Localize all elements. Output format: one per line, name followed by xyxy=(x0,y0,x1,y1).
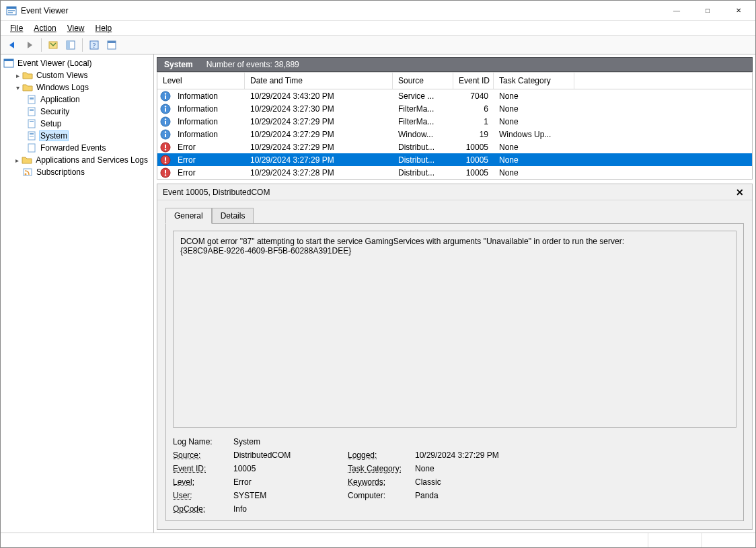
expand-icon[interactable]: ▸ xyxy=(13,157,22,164)
log-header-count: Number of events: 38,889 xyxy=(206,60,299,69)
menu-file[interactable]: File xyxy=(5,22,28,34)
menu-help[interactable]: Help xyxy=(90,22,118,34)
tree-custom-views[interactable]: ▸ Custom Views xyxy=(2,69,152,81)
tree-forwarded[interactable]: Forwarded Events xyxy=(2,142,152,154)
cell-taskcat: Windows Up... xyxy=(494,130,574,139)
cell-datetime: 10/29/2024 3:27:29 PM xyxy=(245,143,393,152)
cell-source: Service ... xyxy=(393,91,453,101)
description-line: {3E8C9ABE-9226-4609-BF5B-60288A391DEE} xyxy=(180,246,729,256)
tree-apps-services[interactable]: ▸ Applications and Services Logs xyxy=(2,154,152,166)
col-level[interactable]: Level xyxy=(157,73,245,89)
table-row[interactable]: Information10/29/2024 3:43:20 PMService … xyxy=(157,89,752,102)
col-taskcat[interactable]: Task Category xyxy=(494,73,574,89)
table-row[interactable]: Information10/29/2024 3:27:30 PMFilterMa… xyxy=(157,102,752,115)
col-datetime[interactable]: Date and Time xyxy=(245,73,393,89)
tree-setup[interactable]: Setup xyxy=(2,118,152,130)
collapse-icon[interactable]: ▾ xyxy=(13,84,22,91)
svg-point-39 xyxy=(165,118,166,120)
col-source[interactable]: Source xyxy=(393,73,453,89)
table-row[interactable]: Information10/29/2024 3:27:29 PMWindow..… xyxy=(157,128,752,141)
toolbar: ? xyxy=(1,36,755,54)
tree-root[interactable]: Event Viewer (Local) xyxy=(2,57,152,69)
cell-eventid: 10005 xyxy=(453,155,494,165)
event-description[interactable]: DCOM got error "87" attempting to start … xyxy=(173,231,736,428)
detail-close-button[interactable]: ✕ xyxy=(733,187,747,198)
toolbar-separator xyxy=(82,38,83,52)
close-button[interactable]: ✕ xyxy=(723,1,754,20)
window-title: Event Viewer xyxy=(21,6,661,15)
table-row[interactable]: Error10/29/2024 3:27:29 PMDistribut...10… xyxy=(157,141,752,153)
svg-rect-23 xyxy=(30,121,34,122)
tab-details[interactable]: Details xyxy=(212,208,254,224)
expand-icon[interactable]: ▸ xyxy=(13,72,22,79)
detail-header: Event 10005, DistributedCOM ✕ xyxy=(157,184,752,200)
app-icon xyxy=(6,5,17,16)
svg-point-51 xyxy=(165,174,166,175)
svg-rect-44 xyxy=(165,145,166,148)
error-icon xyxy=(160,155,171,165)
cell-level: Error xyxy=(172,168,245,178)
maximize-button[interactable]: □ xyxy=(692,1,723,20)
info-icon xyxy=(160,91,171,102)
info-icon xyxy=(160,129,171,140)
folder-icon xyxy=(22,82,33,93)
svg-point-45 xyxy=(165,149,166,150)
status-cell xyxy=(648,533,702,547)
error-icon xyxy=(160,167,171,178)
right-pane: System Number of events: 38,889 Level Da… xyxy=(154,54,755,533)
table-row[interactable]: Error10/29/2024 3:27:29 PMDistribut...10… xyxy=(157,153,752,166)
tab-general[interactable]: General xyxy=(165,208,212,224)
meta-value: Panda xyxy=(415,491,550,500)
svg-rect-38 xyxy=(165,121,166,124)
svg-point-36 xyxy=(165,106,166,107)
cell-datetime: 10/29/2024 3:27:29 PM xyxy=(245,117,393,126)
detail-title: Event 10005, DistributedCOM xyxy=(163,188,733,197)
svg-rect-8 xyxy=(67,41,70,49)
cell-source: FilterMa... xyxy=(393,117,453,126)
meta-label: OpCode: xyxy=(173,504,233,514)
cell-taskcat: None xyxy=(494,117,574,126)
minimize-button[interactable]: — xyxy=(661,1,692,20)
tree-windows-logs[interactable]: ▾ Windows Logs xyxy=(2,81,152,93)
tree-application[interactable]: Application xyxy=(2,93,152,106)
menu-action[interactable]: Action xyxy=(28,22,61,34)
svg-rect-19 xyxy=(28,108,35,116)
tree-label: Security xyxy=(39,107,71,116)
grid-body[interactable]: Information10/29/2024 3:43:20 PMService … xyxy=(157,89,752,179)
back-button[interactable] xyxy=(5,38,20,52)
tree-subscriptions[interactable]: Subscriptions xyxy=(2,166,152,178)
meta-label: Level: xyxy=(173,477,233,487)
cell-level: Information xyxy=(172,104,245,114)
forward-button[interactable] xyxy=(22,38,37,52)
menu-view[interactable]: View xyxy=(62,22,90,34)
navigation-tree[interactable]: Event Viewer (Local) ▸ Custom Views ▾ Wi… xyxy=(1,54,154,533)
toolbar-separator xyxy=(41,38,42,52)
log-icon xyxy=(26,94,37,105)
refresh-button[interactable] xyxy=(104,38,119,52)
tree-label: Custom Views xyxy=(35,71,89,80)
folder-icon xyxy=(22,70,33,81)
table-row[interactable]: Error10/29/2024 3:27:28 PMDistribut...10… xyxy=(157,166,752,179)
meta-label: Task Category: xyxy=(348,464,415,473)
cell-datetime: 10/29/2024 3:43:20 PM xyxy=(245,91,393,101)
cell-taskcat: None xyxy=(494,168,574,178)
svg-marker-5 xyxy=(28,42,32,48)
properties-button[interactable] xyxy=(63,38,78,52)
cell-taskcat: None xyxy=(494,155,574,165)
show-hide-tree-button[interactable] xyxy=(46,38,61,52)
svg-rect-12 xyxy=(108,41,116,43)
meta-value: Classic xyxy=(415,477,550,487)
tree-security[interactable]: Security xyxy=(2,106,152,118)
menu-bar: File Action View Help xyxy=(1,21,755,36)
meta-label: Keywords: xyxy=(348,477,415,487)
status-bar xyxy=(1,533,755,547)
meta-label: Logged: xyxy=(348,451,415,460)
tree-system[interactable]: System xyxy=(2,130,152,142)
table-row[interactable]: Information10/29/2024 3:27:29 PMFilterMa… xyxy=(157,115,752,128)
help-button[interactable]: ? xyxy=(87,38,102,52)
meta-label: Log Name: xyxy=(173,437,233,446)
svg-rect-2 xyxy=(8,10,15,11)
svg-rect-20 xyxy=(30,109,34,110)
main-split: Event Viewer (Local) ▸ Custom Views ▾ Wi… xyxy=(1,54,755,533)
col-eventid[interactable]: Event ID xyxy=(453,73,494,89)
